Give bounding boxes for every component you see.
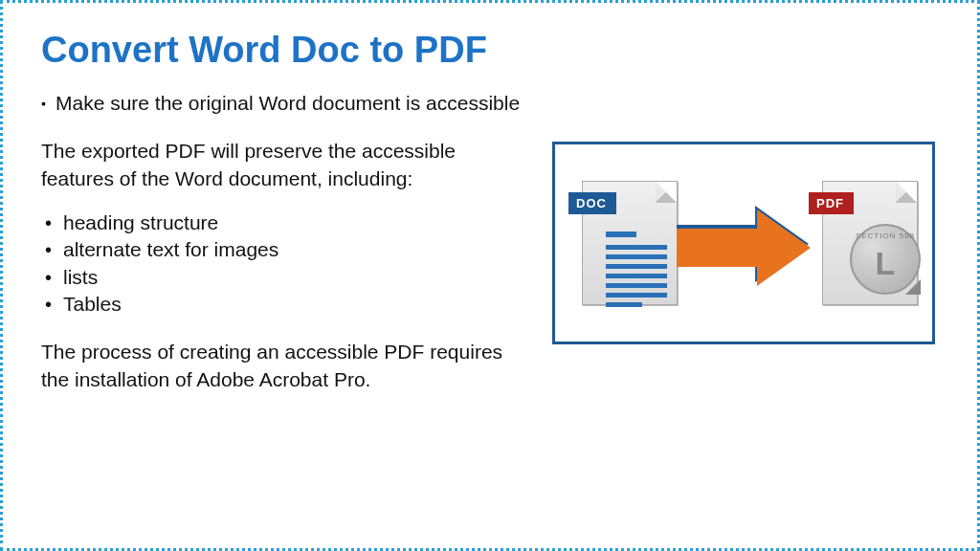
seal-label: SECTION 508 bbox=[856, 231, 915, 240]
feature-item: Tables bbox=[41, 291, 529, 318]
illustration-box: DOC SECTION 508 L PDF bbox=[552, 142, 935, 344]
feature-text: Tables bbox=[63, 293, 122, 315]
slide-frame: Convert Word Doc to PDF Make sure the or… bbox=[0, 0, 980, 551]
feature-text: alternate text for images bbox=[63, 238, 278, 260]
arrow-icon bbox=[677, 200, 811, 286]
slide-title: Convert Word Doc to PDF bbox=[41, 30, 939, 71]
bullet-item: Make sure the original Word document is … bbox=[41, 90, 529, 117]
pdf-label-badge: PDF bbox=[809, 192, 854, 214]
intro-paragraph: The exported PDF will preserve the acces… bbox=[41, 138, 529, 192]
primary-bullet-list: Make sure the original Word document is … bbox=[41, 90, 529, 117]
feature-item: alternate text for images bbox=[41, 236, 529, 263]
feature-item: lists bbox=[41, 264, 529, 291]
seal-letter: L bbox=[876, 245, 896, 282]
doc-file-icon: DOC bbox=[568, 171, 679, 315]
footer-paragraph: The process of creating an accessible PD… bbox=[41, 339, 529, 393]
bullet-text: Make sure the original Word document is … bbox=[56, 92, 520, 114]
pdf-seal-icon: SECTION 508 L bbox=[850, 224, 921, 295]
text-column: Make sure the original Word document is … bbox=[41, 90, 529, 410]
feature-text: lists bbox=[63, 266, 98, 288]
feature-list: heading structure alternate text for ima… bbox=[41, 209, 529, 318]
feature-text: heading structure bbox=[63, 211, 218, 233]
doc-label-badge: DOC bbox=[568, 192, 616, 214]
pdf-file-icon: SECTION 508 L PDF bbox=[809, 171, 919, 315]
feature-item: heading structure bbox=[41, 209, 529, 236]
doc-content-lines bbox=[606, 231, 667, 312]
